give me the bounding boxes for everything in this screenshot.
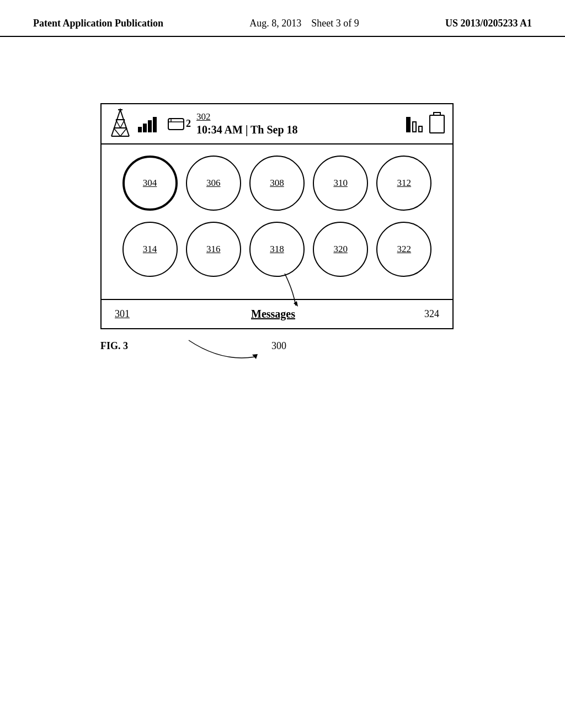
header-center: Aug. 8, 2013 Sheet 3 of 9 [249, 17, 359, 30]
svg-line-0 [111, 110, 120, 136]
app-icon-318[interactable]: 318 [249, 222, 305, 277]
app-icon-304[interactable]: 304 [122, 156, 178, 211]
svg-rect-11 [168, 119, 184, 130]
status-time: 10:34 AM | Th Sep 18 [196, 124, 401, 136]
phone-screen: 2 302 10:34 AM | Th Sep 18 [100, 103, 454, 329]
tower-icon [109, 109, 131, 139]
svg-line-5 [116, 120, 120, 128]
svg-marker-15 [252, 354, 258, 359]
app-icon-322[interactable]: 322 [376, 222, 431, 277]
page-header: Patent Application Publication Aug. 8, 2… [0, 0, 565, 37]
messages-area: Messages 324 [130, 308, 439, 320]
main-content: 2 302 10:34 AM | Th Sep 18 [0, 37, 565, 374]
diagram-container: 2 302 10:34 AM | Th Sep 18 [100, 103, 465, 352]
signal-bars-right [406, 116, 423, 132]
app-icon-312[interactable]: 312 [376, 156, 431, 211]
svg-line-1 [120, 110, 129, 136]
header-left: Patent Application Publication [33, 17, 163, 30]
right-status-icons [406, 115, 445, 133]
ref-302: 302 [196, 111, 211, 122]
ref-301: 301 [115, 308, 130, 320]
bottom-bar: 301 Messages 324 [102, 299, 452, 328]
signal-bars-left [138, 116, 157, 132]
app-icon-306[interactable]: 306 [186, 156, 241, 211]
app-icon-320[interactable]: 320 [313, 222, 368, 277]
header-right: US 2013/0205233 A1 [445, 17, 532, 30]
svg-line-7 [114, 128, 120, 136]
ref-324: 324 [424, 308, 439, 320]
status-bar: 2 302 10:34 AM | Th Sep 18 [102, 104, 452, 144]
svg-line-6 [120, 120, 125, 128]
status-bar-inner: 302 10:34 AM | Th Sep 18 [196, 111, 401, 136]
callout-arrow-324 [263, 274, 307, 307]
app-icon-314[interactable]: 314 [122, 222, 178, 277]
svg-line-8 [120, 128, 127, 136]
app-icon-308[interactable]: 308 [249, 156, 305, 211]
app-icon-316[interactable]: 316 [186, 222, 241, 277]
app-icon-310[interactable]: 310 [313, 156, 368, 211]
fig-label: FIG. 3 [100, 340, 128, 352]
app-row-1: 304 306 308 310 312 [118, 156, 436, 211]
messages-label: Messages [251, 308, 295, 320]
app-row-2: 314 316 318 320 322 [118, 222, 436, 277]
svg-marker-14 [294, 301, 298, 307]
figure-label: FIG. 3 300 [100, 340, 465, 352]
ref-300: 300 [271, 340, 286, 352]
battery-icon [429, 115, 445, 133]
voicemail-icon: 2 [168, 117, 191, 131]
callout-arrow-300 [167, 335, 277, 368]
